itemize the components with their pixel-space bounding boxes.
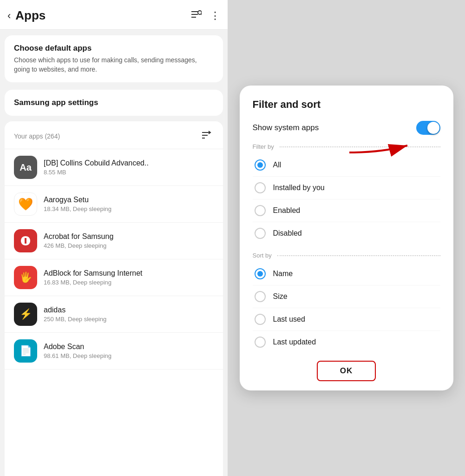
app-info: Acrobat for Samsung 426 MB, Deep sleepin…: [44, 232, 214, 249]
app-meta: 8.55 MB: [44, 169, 214, 176]
app-meta: 98.61 MB, Deep sleeping: [44, 352, 214, 359]
apps-header-wrapper: Your apps (264): [5, 121, 223, 149]
filter-dotted-line: [280, 146, 440, 147]
sort-last-used[interactable]: Last used: [253, 308, 440, 331]
apps-section: Your apps (264): [5, 121, 223, 476]
filter-installed-by-you[interactable]: Installed by you: [253, 177, 440, 199]
sort-dotted-line: [277, 255, 440, 256]
apps-list-header: Your apps (264): [5, 121, 223, 149]
filter-installed-label: Installed by you: [273, 184, 325, 192]
default-apps-desc: Choose which apps to use for making call…: [14, 56, 214, 74]
filter-sort-dialog: Filter and sort Show system apps: [240, 86, 453, 390]
search-sort-icon[interactable]: [190, 10, 202, 22]
page-title: Apps: [15, 8, 46, 23]
sort-by-label: Sort by: [253, 252, 440, 259]
list-item[interactable]: 🧡 Aarogya Setu 18.34 MB, Deep sleeping: [5, 186, 223, 223]
sort-size[interactable]: Size: [253, 285, 440, 308]
app-icon: Aa: [14, 156, 37, 179]
app-meta: 250 MB, Deep sleeping: [44, 316, 214, 323]
list-item[interactable]: Aa [DB] Collins Cobuild Advanced.. 8.55 …: [5, 149, 223, 186]
toggle-container: [416, 121, 440, 135]
list-item[interactable]: Acrobat for Samsung 426 MB, Deep sleepin…: [5, 223, 223, 259]
sort-name-label: Name: [273, 270, 293, 278]
sort-last-updated[interactable]: Last updated: [253, 331, 440, 353]
show-system-toggle[interactable]: [416, 121, 440, 135]
app-icon: 🧡: [14, 192, 37, 216]
header-icons: ⋮: [190, 10, 220, 22]
radio-sort-size: [255, 291, 266, 302]
sort-size-label: Size: [273, 292, 288, 301]
right-panel: Filter and sort Show system apps: [228, 0, 465, 476]
show-system-apps-row: Show system apps: [253, 121, 440, 135]
sort-button[interactable]: [199, 128, 214, 144]
radio-sort-last-used: [255, 314, 266, 325]
app-info: [DB] Collins Cobuild Advanced.. 8.55 MB: [44, 159, 214, 176]
samsung-section-title: Samsung app settings: [14, 98, 214, 107]
app-info: AdBlock for Samsung Internet 16.83 MB, D…: [44, 269, 214, 286]
radio-disabled: [255, 228, 266, 239]
apps-list: Aa [DB] Collins Cobuild Advanced.. 8.55 …: [5, 149, 223, 476]
filter-all[interactable]: All: [253, 154, 440, 177]
svg-line-4: [201, 14, 202, 15]
show-system-label: Show system apps: [253, 123, 319, 132]
list-item[interactable]: 🖐 AdBlock for Samsung Internet 16.83 MB,…: [5, 259, 223, 296]
radio-inner: [257, 271, 263, 277]
sort-last-updated-label: Last updated: [273, 338, 316, 346]
app-name: [DB] Collins Cobuild Advanced..: [44, 159, 214, 167]
app-icon: [14, 229, 37, 252]
app-icon: ⚡: [14, 303, 37, 326]
back-button[interactable]: ‹: [7, 10, 11, 22]
default-apps-title: Choose default apps: [14, 44, 214, 53]
filter-enabled-label: Enabled: [273, 206, 301, 215]
filter-radio-group: All Installed by you Enabled Disabled: [253, 154, 440, 245]
list-item[interactable]: ⚡ adidas 250 MB, Deep sleeping: [5, 296, 223, 333]
default-apps-card[interactable]: Choose default apps Choose which apps to…: [5, 35, 223, 82]
radio-sort-last-updated: [255, 337, 266, 348]
apps-header: ‹ Apps ⋮: [0, 0, 228, 30]
app-name: adidas: [44, 306, 214, 314]
app-meta: 426 MB, Deep sleeping: [44, 242, 214, 249]
sort-radio-group: Name Size Last used Last updated: [253, 263, 440, 353]
app-info: Aarogya Setu 18.34 MB, Deep sleeping: [44, 196, 214, 212]
filter-all-label: All: [273, 161, 282, 169]
sort-last-used-label: Last used: [273, 315, 305, 324]
filter-by-label: Filter by: [253, 143, 440, 150]
filter-disabled-label: Disabled: [273, 229, 302, 238]
app-icon: 📄: [14, 339, 37, 363]
svg-point-3: [198, 11, 202, 14]
app-meta: 18.34 MB, Deep sleeping: [44, 205, 214, 212]
filter-enabled[interactable]: Enabled: [253, 199, 440, 222]
app-meta: 16.83 MB, Deep sleeping: [44, 279, 214, 286]
samsung-app-settings[interactable]: Samsung app settings: [5, 90, 223, 116]
sort-name[interactable]: Name: [253, 263, 440, 285]
app-info: Adobe Scan 98.61 MB, Deep sleeping: [44, 343, 214, 359]
app-icon: 🖐: [14, 266, 37, 289]
dialog-title: Filter and sort: [253, 99, 440, 111]
app-name: Acrobat for Samsung: [44, 232, 214, 241]
ok-button[interactable]: OK: [317, 361, 376, 381]
radio-inner: [257, 162, 263, 168]
left-panel: ‹ Apps ⋮ Choose default apps Choose whic…: [0, 0, 228, 476]
app-name: Aarogya Setu: [44, 196, 214, 204]
radio-sort-name: [255, 268, 266, 279]
more-options-icon[interactable]: ⋮: [210, 10, 220, 22]
dialog-footer: OK: [253, 361, 440, 381]
app-name: Adobe Scan: [44, 343, 214, 351]
app-info: adidas 250 MB, Deep sleeping: [44, 306, 214, 323]
radio-all: [255, 159, 266, 171]
apps-count: Your apps (264): [14, 132, 60, 140]
toggle-knob: [427, 122, 439, 134]
radio-installed: [255, 182, 266, 193]
app-name: AdBlock for Samsung Internet: [44, 269, 214, 278]
header-left: ‹ Apps: [7, 8, 46, 23]
list-item[interactable]: 📄 Adobe Scan 98.61 MB, Deep sleeping: [5, 333, 223, 370]
filter-disabled[interactable]: Disabled: [253, 222, 440, 245]
radio-enabled: [255, 205, 266, 216]
